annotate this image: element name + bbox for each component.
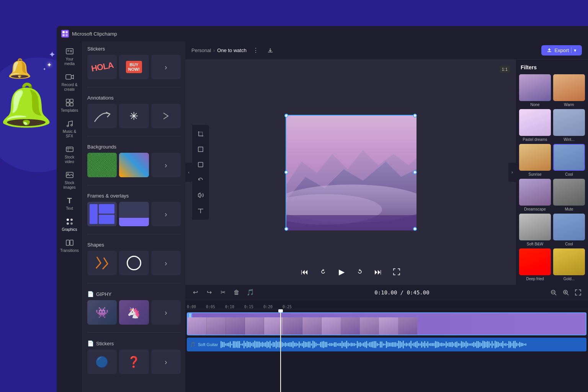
filter-sunrise[interactable]: Sunrise xyxy=(519,144,551,176)
left-collapse-btn[interactable]: ‹ xyxy=(185,163,192,182)
ruler-mark-0: 0:00 xyxy=(187,305,206,309)
handle-mid-left[interactable] xyxy=(284,170,288,174)
rewind-start-btn[interactable]: ⏮ xyxy=(298,265,312,279)
annotation-star[interactable]: ✳ xyxy=(119,104,149,128)
undo-btn[interactable]: ↩ xyxy=(190,287,201,298)
handle-bottom-left[interactable] xyxy=(284,227,288,231)
giphy-item-2[interactable]: 🦄 xyxy=(119,300,149,325)
filter-gold-thumb xyxy=(553,248,585,275)
filter-cool2[interactable]: Cool xyxy=(553,214,585,246)
breadcrumb-sep: › xyxy=(213,48,215,53)
track-handle-left[interactable]: ‖ xyxy=(188,313,192,317)
sticker-buy-now[interactable]: BUYNOW! xyxy=(119,55,149,79)
frame-item-2[interactable] xyxy=(119,202,149,226)
timeline-area: ↩ ↪ ✂ 🗑 🎵 0:10.00 / 0:45.00 xyxy=(185,285,588,392)
sticker2-item-2[interactable]: ❓ xyxy=(119,350,149,374)
sidebar-item-music[interactable]: Music & SFX xyxy=(59,117,80,141)
breadcrumb-parent[interactable]: Personal xyxy=(191,47,211,53)
tool-audio[interactable] xyxy=(194,188,207,202)
frames-more-btn[interactable]: › xyxy=(151,202,181,226)
fit-btn[interactable] xyxy=(573,287,583,298)
tool-text[interactable] xyxy=(194,204,207,217)
stickers2-more-btn[interactable]: › xyxy=(151,350,181,374)
shape-circle[interactable] xyxy=(119,251,149,275)
stock-images-label: Stock images xyxy=(60,181,79,190)
redo-btn[interactable]: ↪ xyxy=(204,287,214,298)
delete-btn[interactable]: 🗑 xyxy=(231,287,242,298)
filter-warm[interactable]: Warm xyxy=(553,74,585,107)
sticker-hola[interactable]: HOLA xyxy=(87,55,117,79)
filter-dreamscape[interactable]: Dreamscape xyxy=(519,179,551,211)
sidebar-item-stock-video[interactable]: Stock video xyxy=(59,142,80,167)
filter-cool-label: Cool xyxy=(553,172,585,176)
stickers-more-btn[interactable]: › xyxy=(151,55,181,79)
sidebar-item-stock-images[interactable]: Stock images xyxy=(59,168,80,192)
filter-deep-fried[interactable]: Deep fried xyxy=(519,248,551,281)
stickers2-header: 📄 Stickers xyxy=(87,340,181,346)
backgrounds-more-btn[interactable]: › xyxy=(151,153,181,177)
filter-cool[interactable]: Cool xyxy=(553,144,585,176)
video-track[interactable]: ‖ xyxy=(187,312,586,335)
music-label: Music & SFX xyxy=(60,129,79,139)
svg-point-17 xyxy=(71,124,72,126)
left-sidebar: Your media Record & create xyxy=(57,41,83,392)
play-pause-btn[interactable]: ▶ xyxy=(335,265,348,279)
filter-pastel-dreams[interactable]: Pastel dreams xyxy=(519,109,551,142)
annotation-arrow[interactable] xyxy=(87,104,117,128)
filter-deepfried-label: Deep fried xyxy=(519,277,551,281)
filter-none[interactable]: None xyxy=(519,74,551,107)
sidebar-item-your-media[interactable]: Your media xyxy=(59,44,80,69)
preview-area: ‹ xyxy=(185,60,516,285)
tool-transform[interactable] xyxy=(194,142,207,156)
save-btn[interactable] xyxy=(264,44,276,57)
filter-gold[interactable]: Gold... xyxy=(553,248,585,281)
bg-item-1[interactable] xyxy=(87,153,117,177)
forward-btn[interactable] xyxy=(353,265,367,279)
handle-top-right[interactable] xyxy=(413,114,417,118)
handle-top-left[interactable] xyxy=(284,114,288,118)
your-media-label: Your media xyxy=(60,57,79,66)
shapes-more-btn[interactable]: › xyxy=(151,251,181,275)
sidebar-item-text[interactable]: T Text xyxy=(59,194,80,213)
tool-color[interactable] xyxy=(194,158,207,172)
breadcrumb-current: One to watch xyxy=(217,47,247,53)
zoom-out-btn[interactable] xyxy=(548,287,559,298)
stickers2-doc-icon: 📄 xyxy=(87,340,94,346)
ruler-mark-25: 0:25 xyxy=(283,305,302,309)
sidebar-item-transitions[interactable]: Transitions xyxy=(59,236,80,255)
music-add-btn[interactable]: 🎵 xyxy=(245,287,256,298)
rewind-btn[interactable] xyxy=(316,265,330,279)
filter-mute[interactable]: Mute xyxy=(553,179,585,211)
tool-crop[interactable] xyxy=(194,127,207,141)
sidebar-item-templates[interactable]: Templates xyxy=(59,96,80,115)
audio-track[interactable]: 🎵 Soft Guitar xyxy=(187,338,586,351)
giphy-item-1[interactable]: 👾 xyxy=(87,300,117,325)
bg-item-2[interactable] xyxy=(119,153,149,177)
cut-btn[interactable]: ✂ xyxy=(217,287,228,298)
shapes-section: Shapes › xyxy=(87,242,181,275)
svg-rect-4 xyxy=(65,31,68,33)
filter-mute-thumb xyxy=(553,179,585,206)
handle-mid-right[interactable] xyxy=(413,170,417,174)
giphy-more-btn[interactable]: › xyxy=(151,300,181,325)
frames-title: Frames & overlays xyxy=(87,193,181,199)
svg-point-26 xyxy=(67,222,69,225)
zoom-in-btn[interactable] xyxy=(560,287,571,298)
sidebar-item-record[interactable]: Record & create xyxy=(59,70,80,94)
sticker2-item-1[interactable]: 🔵 xyxy=(87,350,117,374)
annotations-more-btn[interactable] xyxy=(151,104,181,128)
sidebar-item-graphics[interactable]: Graphics xyxy=(59,215,80,234)
fullscreen-btn[interactable] xyxy=(390,265,403,279)
export-button[interactable]: Export ▾ xyxy=(541,45,582,56)
forward-end-btn[interactable]: ⏭ xyxy=(371,265,385,279)
filter-winter[interactable]: Wint... xyxy=(553,109,585,142)
frame-item-1[interactable] xyxy=(87,202,117,226)
project-menu-btn[interactable]: ⋮ xyxy=(250,44,262,57)
shape-cross[interactable] xyxy=(87,251,117,275)
right-collapse-btn[interactable]: › xyxy=(508,163,516,182)
filter-soft-bw[interactable]: Soft B&W xyxy=(519,214,551,246)
giphy-title: GIPHY xyxy=(96,291,111,297)
app-title: Microsoft Clipchamp xyxy=(72,31,117,37)
tool-rotate[interactable] xyxy=(194,173,207,187)
handle-bottom-right[interactable] xyxy=(413,227,417,231)
